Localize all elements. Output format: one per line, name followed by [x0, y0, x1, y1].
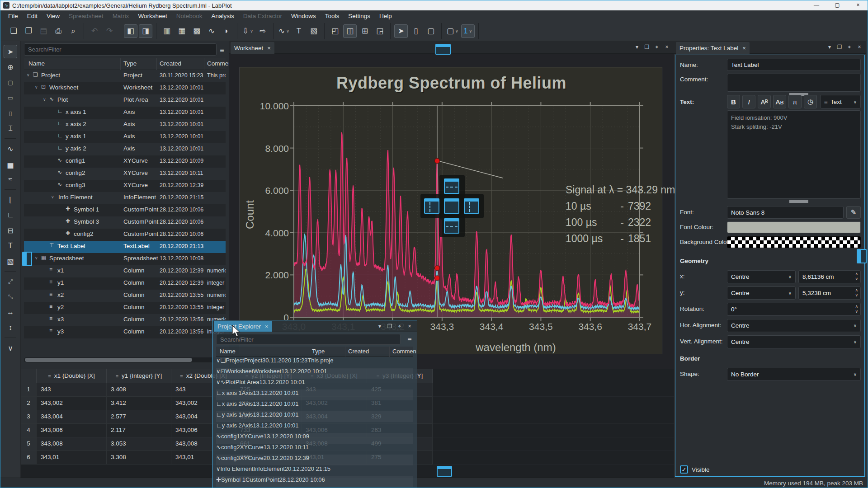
close-icon[interactable]: × — [406, 323, 413, 329]
expand-arrow-icon[interactable]: ∨ — [216, 465, 221, 472]
layout-horizontal-button[interactable]: ◫ — [343, 24, 357, 38]
x-axis-label[interactable]: wavelength (nm) — [430, 341, 602, 354]
chevron-down-icon[interactable]: ▾ — [826, 44, 833, 50]
dock-edge-right-icon[interactable] — [857, 249, 867, 263]
cursor-tool[interactable]: ⌶ — [4, 122, 17, 135]
tree-row[interactable]: ∟y axis 2Axis13.12.2020 10:01 — [216, 422, 413, 433]
tree-row[interactable]: ∟y axis 2Axis13.12.2020 10:01 — [24, 143, 226, 155]
add-y-axis-tool[interactable]: ∟ — [4, 208, 17, 222]
filter-icon[interactable]: ≡ — [404, 334, 415, 346]
tree-row[interactable]: ∟x axis 2Axis13.12.2020 10:01 — [24, 119, 226, 131]
expand-arrow-icon[interactable]: ∨ — [216, 368, 221, 375]
font-edit-button[interactable]: ✎ — [846, 206, 861, 219]
select-tool[interactable]: ➤ — [4, 45, 17, 58]
tab-worksheet[interactable]: Worksheet× — [231, 42, 274, 54]
tree-row[interactable]: ✚Symbol 1CustomPoint28.12.2020 10:06 — [24, 204, 226, 216]
chevron-down-icon[interactable]: ∨ — [455, 29, 458, 33]
text-content-area[interactable]: Field ionisation: 900V Stark splitting: … — [727, 110, 861, 199]
tree-row[interactable]: ∨❏ProjectProject30.11.2020 15:23This pro… — [24, 70, 226, 82]
add-x-axis-tool[interactable]: ⌊ — [4, 193, 17, 206]
menu-item-settings[interactable]: Settings — [344, 12, 374, 20]
comment-field[interactable] — [727, 74, 861, 92]
close-icon[interactable]: × — [265, 323, 269, 330]
menu-item-help[interactable]: Help — [375, 12, 396, 20]
layout-grid-button[interactable]: ⊞ — [358, 24, 372, 38]
zoom-y-tool[interactable]: ▯ — [4, 106, 17, 120]
chevron-down-icon[interactable]: ∨ — [250, 29, 253, 33]
table-cell[interactable]: 2.577 — [107, 410, 171, 424]
pin-icon[interactable]: ⌖ — [396, 323, 403, 329]
border-shape-dropdown[interactable]: No Border∨ — [727, 368, 861, 381]
table-cell[interactable]: 343,01 — [37, 451, 107, 465]
float-icon[interactable]: ❐ — [386, 323, 393, 329]
print-preview-button[interactable]: ⌕ — [66, 24, 80, 38]
import-button[interactable]: ⇩∨ — [241, 24, 255, 38]
toggle-properties-button[interactable]: ◨ — [139, 24, 152, 38]
tree-row[interactable]: ∿config3XYCurve20.12.2020 12:39 — [24, 180, 226, 192]
minimize-button[interactable]: — — [806, 0, 827, 10]
dock-target-right-icon[interactable] — [464, 198, 479, 214]
tree-row[interactable]: ∨⊡WorksheetWorksheet13.12.2020 10:01 — [216, 368, 413, 379]
dock-edge-left-icon[interactable] — [22, 252, 32, 266]
chevron-down-icon[interactable]: ∨ — [469, 29, 472, 33]
table-cell[interactable]: 343,002 — [37, 397, 107, 410]
tree-row[interactable]: ∨❏ProjectProject30.11.2020 15:23This pro… — [216, 357, 413, 368]
column-header[interactable]: ≡x1 {Double} [X] — [37, 369, 107, 383]
expand-arrow-icon[interactable]: ∨ — [216, 357, 221, 364]
close-icon[interactable]: × — [742, 45, 746, 52]
table-cell[interactable]: 343,006 — [37, 424, 107, 437]
tree-row[interactable]: ∿config3XYCurve20.12.2020 12:39 — [216, 455, 413, 465]
tree-row[interactable]: ∨∿PlotPlot Area13.12.2020 10:01 — [24, 94, 226, 107]
tree-row[interactable]: ≡x2Column20.12.2020 13:55numerical — [24, 290, 226, 302]
tree-row[interactable]: ⊤Text LabelTextLabel20.12.2020 21:13 — [24, 241, 226, 253]
magnification-button[interactable]: 1∨ — [461, 24, 475, 38]
expand-arrow-icon[interactable]: ∨ — [35, 256, 38, 260]
close-icon[interactable]: × — [663, 44, 670, 50]
new-matrix-button[interactable]: ▩ — [190, 24, 203, 38]
expand-arrow-icon[interactable]: ∨ — [216, 379, 221, 385]
x-value-spinner[interactable]: 8,61136 cm∧∨ — [798, 270, 861, 283]
chevron-down-icon[interactable]: ▾ — [633, 44, 641, 50]
navigate-mode-button[interactable]: ▯ — [409, 24, 423, 38]
add-text-label-tool[interactable]: T — [4, 239, 17, 253]
tree-row[interactable]: ≡x3Column20.12.2020 13:56numerical — [24, 314, 226, 326]
y-axis-label[interactable]: Count — [244, 200, 256, 229]
zoom-in-tool[interactable]: ⤢ — [4, 275, 17, 288]
font-field[interactable]: Noto Sans 8 — [727, 206, 844, 219]
datetime-button[interactable]: ◷ — [804, 95, 817, 108]
tab-floating-project-explorer[interactable]: Project Explorer× — [214, 321, 272, 332]
info-element-label[interactable]: Signal at λ = 343.29 nm: 10 µs-7392100 µ… — [566, 182, 678, 247]
tree-row[interactable]: ∨▦SpreadsheetSpreadsheet13.12.2020 10:08 — [24, 253, 226, 265]
zoom-select-mode-button[interactable]: ▢ — [424, 24, 438, 38]
toggle-project-explorer-button[interactable]: ◧ — [124, 24, 137, 38]
visible-checkbox[interactable]: ✓ — [680, 465, 688, 474]
table-cell[interactable]: 3.053 — [107, 437, 171, 451]
tree-row[interactable]: ≡y2Column20.12.2020 13:55integer da — [24, 302, 226, 314]
menu-item-file[interactable]: File — [4, 12, 22, 20]
tree-row[interactable]: ∟x axis 2Axis13.12.2020 10:01 — [216, 400, 413, 411]
expand-arrow-icon[interactable]: ∨ — [35, 85, 38, 89]
search-input[interactable] — [216, 334, 401, 345]
shift-left-tool[interactable]: ↔ — [4, 305, 17, 319]
font-colour-swatch[interactable] — [727, 221, 861, 233]
superscript-button[interactable]: Aᴮ — [758, 95, 771, 108]
add-box-tool[interactable]: ⊟ — [4, 224, 17, 237]
tree-header[interactable]: Name Type Created Comment — [24, 58, 226, 70]
table-cell[interactable]: 343,004 — [37, 410, 107, 424]
text-mode-dropdown[interactable]: ≡ Text∨ — [820, 95, 861, 108]
bold-button[interactable]: B — [727, 95, 740, 108]
italic-button[interactable]: I — [742, 95, 755, 108]
tree-row[interactable]: ∿config2XYCurve13.12.2020 10:11 — [216, 444, 413, 455]
table-cell[interactable]: 2.117 — [107, 424, 171, 437]
new-image-button[interactable]: ▧ — [307, 24, 321, 38]
table-cell[interactable]: 3.308 — [107, 451, 171, 465]
dock-target-center-icon[interactable] — [444, 198, 459, 214]
tree-row[interactable]: ✚config2CustomPoint28.12.2020 10:06 — [24, 229, 226, 241]
close-icon[interactable]: × — [267, 45, 271, 52]
new-notebook-button[interactable]: ◗ — [220, 24, 233, 38]
tree-row[interactable]: ∨Info ElementInfoElement20.12.2020 21:15 — [24, 192, 226, 204]
expand-arrow-icon[interactable]: ∨ — [27, 73, 30, 77]
subscript-button[interactable]: Aʙ — [773, 95, 786, 108]
dock-target-top-icon[interactable] — [444, 178, 459, 194]
new-workbook-button[interactable]: ▥ — [160, 24, 174, 38]
